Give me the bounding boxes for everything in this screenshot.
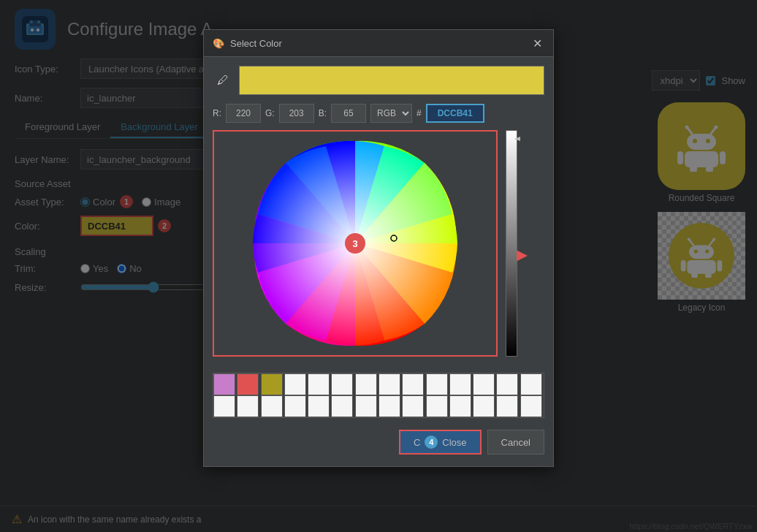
brightness-handle[interactable] bbox=[504, 137, 520, 141]
dialog-cancel-button[interactable]: Cancel bbox=[487, 430, 544, 455]
color-swatches-area bbox=[213, 373, 544, 418]
b-label: B: bbox=[319, 108, 327, 118]
dialog-close-button[interactable]: ✕ bbox=[530, 36, 544, 50]
swatch-cell[interactable] bbox=[237, 373, 259, 395]
swatch-cell[interactable] bbox=[449, 373, 471, 395]
r-input[interactable] bbox=[226, 104, 261, 123]
color-wheel-container[interactable]: 3 bbox=[213, 130, 498, 357]
swatch-cell[interactable] bbox=[402, 395, 424, 417]
swatch-cell[interactable] bbox=[213, 373, 235, 395]
swatch-cell[interactable] bbox=[402, 373, 424, 395]
badge-4: 4 bbox=[425, 436, 438, 449]
dialog-body: 🖊 R: G: B: RGB HSB # bbox=[204, 57, 553, 466]
brightness-slider[interactable] bbox=[506, 130, 517, 357]
swatch-cell[interactable] bbox=[213, 395, 235, 417]
close-label: Close bbox=[442, 437, 466, 448]
swatch-cell[interactable] bbox=[261, 373, 283, 395]
b-input[interactable] bbox=[331, 104, 366, 123]
swatch-cell[interactable] bbox=[496, 395, 518, 417]
color-preview-swatch bbox=[239, 66, 544, 95]
dialog-titlebar: 🎨 Select Color ✕ bbox=[204, 30, 553, 57]
close-c-label: C bbox=[414, 437, 420, 448]
main-panel: Configure Image A... Icon Type: Launcher… bbox=[0, 0, 757, 532]
swatch-cell[interactable] bbox=[284, 373, 306, 395]
color-wheel-area: 3 bbox=[213, 130, 544, 357]
rgb-values-row: R: G: B: RGB HSB # bbox=[213, 104, 544, 123]
swatch-cell[interactable] bbox=[355, 373, 377, 395]
g-label: G: bbox=[265, 108, 275, 118]
swatch-cell[interactable] bbox=[496, 373, 518, 395]
dialog-title: Select Color bbox=[230, 38, 282, 49]
arrow-right-icon: ▶ bbox=[517, 248, 527, 262]
swatch-cell[interactable] bbox=[449, 395, 471, 417]
dialog-close-action-button[interactable]: C 4 Close bbox=[399, 430, 482, 455]
color-preview-bar: 🖊 bbox=[213, 66, 544, 95]
swatch-cell[interactable] bbox=[331, 373, 353, 395]
swatch-cell[interactable] bbox=[520, 373, 542, 395]
color-dialog: 🎨 Select Color ✕ 🖊 R: G: B: bbox=[203, 29, 554, 467]
swatch-cell[interactable] bbox=[426, 395, 448, 417]
swatch-cell[interactable] bbox=[520, 395, 542, 417]
swatch-cell[interactable] bbox=[378, 373, 400, 395]
swatch-cell[interactable] bbox=[355, 395, 377, 417]
color-wheel-svg[interactable]: 3 bbox=[216, 134, 494, 353]
color-wheel-canvas[interactable]: 3 bbox=[214, 132, 496, 355]
swatch-cell[interactable] bbox=[284, 395, 306, 417]
svg-text:3: 3 bbox=[352, 238, 357, 249]
g-input[interactable] bbox=[279, 104, 314, 123]
r-label: R: bbox=[213, 108, 221, 118]
swatch-cell[interactable] bbox=[473, 395, 495, 417]
swatch-cell[interactable] bbox=[308, 373, 330, 395]
swatch-cell[interactable] bbox=[308, 395, 330, 417]
brightness-slider-container bbox=[503, 130, 520, 357]
swatch-cell[interactable] bbox=[261, 395, 283, 417]
swatch-cell[interactable] bbox=[237, 395, 259, 417]
swatch-cell[interactable] bbox=[426, 373, 448, 395]
eyedropper-button[interactable]: 🖊 bbox=[213, 70, 233, 91]
swatch-grid bbox=[213, 373, 544, 417]
hex-input[interactable] bbox=[426, 104, 484, 123]
dialog-buttons: C 4 Close Cancel bbox=[213, 424, 544, 457]
dialog-title-area: 🎨 Select Color bbox=[213, 38, 282, 49]
swatch-cell[interactable] bbox=[378, 395, 400, 417]
hash-label: # bbox=[416, 108, 422, 118]
dialog-icon: 🎨 bbox=[213, 38, 224, 49]
swatch-cell[interactable] bbox=[331, 395, 353, 417]
swatch-cell[interactable] bbox=[473, 373, 495, 395]
modal-overlay: 🎨 Select Color ✕ 🖊 R: G: B: bbox=[0, 0, 757, 532]
color-mode-select[interactable]: RGB HSB bbox=[370, 104, 412, 123]
